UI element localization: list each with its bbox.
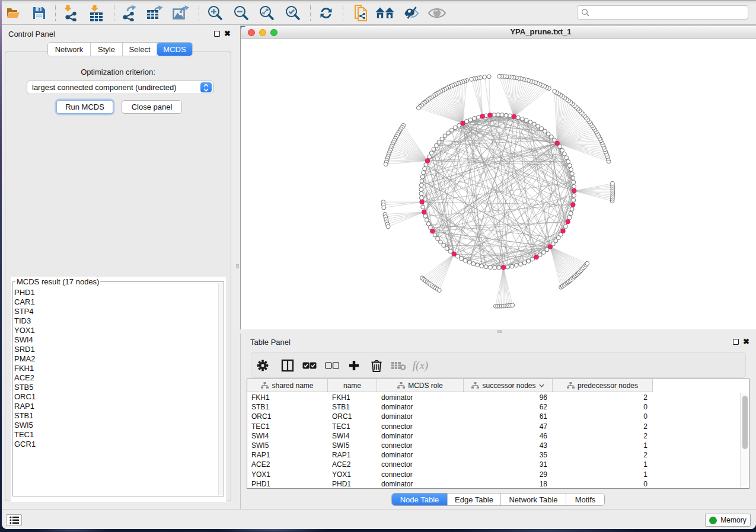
table-row[interactable]: YOX1 YOX1 connector 29 1: [247, 470, 739, 479]
table-row[interactable]: SWI5 SWI5 connector 43 1: [247, 441, 739, 450]
save-session-button[interactable]: [30, 4, 49, 23]
zoom-in-button[interactable]: [206, 4, 225, 23]
window-zoom-icon[interactable]: [270, 29, 277, 36]
tab-mcds[interactable]: MCDS: [157, 43, 192, 56]
cell-shared-name: TEC1: [247, 422, 328, 431]
open-file-button[interactable]: [4, 4, 23, 23]
window-close-icon[interactable]: [248, 29, 255, 36]
select-all-button[interactable]: [299, 356, 320, 375]
cell-mcds-role: dominator: [377, 403, 464, 411]
cell-shared-name: ORC1: [247, 412, 328, 421]
split-pane-button[interactable]: [277, 356, 298, 375]
mcds-result-item[interactable]: TID3: [14, 316, 218, 326]
save-icon: [32, 6, 46, 20]
table-scrollbar[interactable]: [740, 393, 749, 488]
float-table-panel-icon[interactable]: [733, 339, 739, 345]
table-tabs: Node TableEdge TableNetwork TableMotifs: [391, 493, 605, 506]
mcds-result-item[interactable]: STP4: [14, 307, 218, 316]
tab-style[interactable]: Style: [91, 43, 123, 56]
table-tab-node-table[interactable]: Node Table: [392, 493, 448, 505]
table-row[interactable]: FKH1 FKH1 dominator 96 2: [247, 393, 739, 402]
clone-network-button[interactable]: [352, 4, 371, 23]
cell-shared-name: YOX1: [247, 470, 328, 479]
export-network-button[interactable]: [119, 4, 138, 23]
table-row[interactable]: RAP1 RAP1 dominator 35 2: [247, 450, 739, 460]
table-row[interactable]: ORC1 ORC1 dominator 61 0: [247, 412, 739, 421]
search-input[interactable]: [577, 5, 748, 20]
mcds-result-item[interactable]: FKH1: [14, 364, 218, 373]
cell-mcds-role: dominator: [377, 412, 464, 421]
export-image-button[interactable]: [171, 4, 190, 23]
mcds-result-item[interactable]: ACE2: [14, 373, 218, 383]
table-row[interactable]: TEC1 TEC1 connector 47 2: [247, 422, 739, 431]
close-panel-icon[interactable]: ✖: [224, 31, 231, 37]
cell-predecessor-nodes: 2: [553, 393, 653, 402]
mcds-result-item[interactable]: CAR1: [14, 297, 218, 307]
mcds-result-item[interactable]: TEC1: [14, 430, 218, 440]
close-table-panel-icon[interactable]: ✖: [743, 339, 749, 345]
result-scrollbar[interactable]: [218, 283, 223, 495]
column-header-shared-name[interactable]: shared name: [247, 379, 328, 392]
float-panel-icon[interactable]: [214, 31, 220, 37]
mcds-result-item[interactable]: STB1: [14, 411, 218, 421]
table-row[interactable]: PHD1 PHD1 dominator 18 0: [247, 479, 739, 489]
scrollbar-thumb[interactable]: [742, 396, 748, 449]
table-tab-network-table[interactable]: Network Table: [501, 493, 566, 505]
mcds-result-item[interactable]: SRD1: [14, 345, 218, 354]
cell-shared-name: FKH1: [247, 393, 328, 402]
task-history-button[interactable]: [6, 514, 22, 526]
hide-selected-button[interactable]: [403, 4, 422, 23]
column-header-successor-nodes[interactable]: successor nodes: [464, 379, 553, 392]
cell-mcds-role: connector: [377, 422, 464, 431]
import-table-button[interactable]: [87, 4, 106, 23]
window-minimize-icon[interactable]: [259, 29, 266, 36]
table-row[interactable]: ACE2 ACE2 connector 31 1: [247, 460, 739, 469]
zoom-fit-button[interactable]: [257, 4, 276, 23]
main-toolbar: [2, 1, 756, 25]
zoom-selected-button[interactable]: [283, 4, 302, 23]
network-canvas[interactable]: [241, 39, 756, 329]
vertical-splitter[interactable]: [235, 25, 240, 509]
column-header-MCDS-role[interactable]: MCDS role: [377, 379, 464, 392]
mcds-result-item[interactable]: STB5: [14, 383, 218, 392]
import-network-button[interactable]: [61, 4, 80, 23]
refresh-button[interactable]: [317, 4, 336, 23]
zoom-out-button[interactable]: [232, 4, 251, 23]
tab-select[interactable]: Select: [123, 43, 157, 56]
mcds-result-item[interactable]: ORC1: [14, 392, 218, 402]
delete-column-button[interactable]: [366, 356, 387, 375]
table-tab-edge-table[interactable]: Edge Table: [448, 493, 501, 505]
delete-table-button[interactable]: [388, 356, 409, 375]
mcds-result-item[interactable]: PHD1: [14, 288, 218, 297]
table-row[interactable]: SWI4 SWI4 dominator 46 2: [247, 431, 739, 441]
trash-icon: [371, 360, 382, 372]
run-mcds-button[interactable]: Run MCDS: [56, 100, 113, 114]
function-builder-button[interactable]: f(x): [410, 356, 430, 375]
optimization-dropdown[interactable]: largest connected component (undirected): [27, 81, 213, 94]
mcds-result-item[interactable]: GCR1: [14, 440, 218, 449]
cell-successor-nodes: 61: [464, 412, 553, 421]
table-row[interactable]: STB1 STB1 dominator 62 0: [247, 402, 739, 412]
tab-network[interactable]: Network: [48, 43, 91, 56]
first-neighbors-button[interactable]: [375, 4, 394, 23]
column-settings-button[interactable]: [253, 356, 273, 375]
horizontal-splitter[interactable]: [240, 329, 756, 334]
cell-predecessor-nodes: 0: [553, 403, 653, 411]
close-panel-button[interactable]: Close panel: [122, 100, 182, 114]
mcds-result-list[interactable]: PHD1CAR1STP4TID3YOX1SWI4SRD1PMA2FKH1ACE2…: [14, 288, 218, 495]
mcds-result-item[interactable]: SWI5: [14, 421, 218, 430]
column-header-name[interactable]: name: [328, 379, 377, 392]
show-all-button[interactable]: [428, 4, 446, 23]
export-table-button[interactable]: [145, 4, 164, 23]
node-table: shared namenameMCDS rolesuccessor nodesp…: [247, 379, 749, 489]
column-header-predecessor-nodes[interactable]: predecessor nodes: [553, 379, 653, 392]
table-tab-motifs[interactable]: Motifs: [566, 493, 604, 505]
deselect-all-button[interactable]: [322, 356, 342, 375]
mcds-result-item[interactable]: PMA2: [14, 354, 218, 364]
network-titlebar[interactable]: YPA_prune.txt_1: [241, 26, 756, 39]
mcds-result-item[interactable]: YOX1: [14, 326, 218, 335]
mcds-result-item[interactable]: RAP1: [14, 402, 218, 411]
add-column-button[interactable]: [344, 356, 364, 375]
memory-button[interactable]: Memory: [705, 514, 751, 527]
mcds-result-item[interactable]: SWI4: [14, 335, 218, 345]
